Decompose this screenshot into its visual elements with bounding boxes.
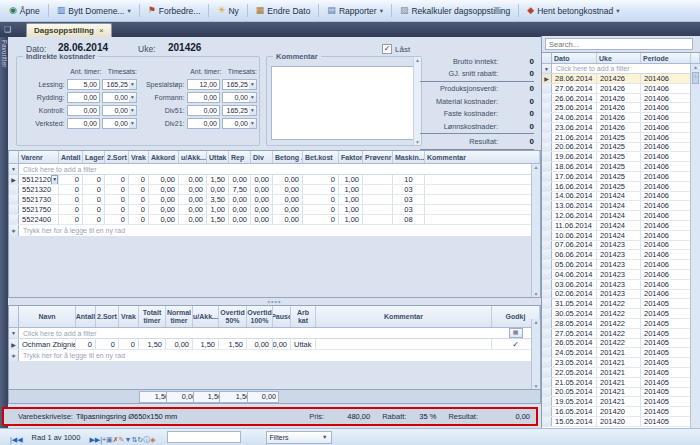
date-row[interactable]: 06.06.2014201423201406 [542, 250, 700, 260]
new-row[interactable]: ∗Trykk her for å legge til en ny rad [9, 225, 540, 236]
column-header[interactable]: Rep [229, 151, 251, 163]
column-header[interactable]: Totalt timer [139, 306, 166, 327]
cell[interactable]: Ochman Zbigniew [19, 339, 76, 349]
column-header[interactable]: Periode [641, 53, 691, 63]
cell[interactable]: 7,50 [229, 185, 251, 194]
cell[interactable]: 0,00 [179, 175, 207, 184]
column-header[interactable]: Antall [76, 306, 96, 327]
column-header[interactable]: 2.Sort [96, 306, 119, 327]
column-header[interactable]: u/Akk... [179, 151, 207, 163]
column-header[interactable]: Overtid 100% [247, 306, 273, 327]
cell[interactable]: 0 [105, 215, 129, 224]
cell[interactable]: 0 [76, 339, 96, 349]
cell[interactable]: 0 [129, 195, 149, 204]
cell[interactable]: 0 [129, 205, 149, 214]
column-header[interactable]: Faktor [339, 151, 363, 163]
hours-input[interactable]: 0,00 [187, 105, 220, 116]
cell[interactable]: 0 [105, 175, 129, 184]
cell[interactable] [363, 175, 393, 184]
cell[interactable]: 0,00 [229, 215, 251, 224]
favorites-strip[interactable]: Favoritter [0, 37, 8, 428]
hours-input[interactable]: 0,00 [187, 92, 220, 103]
cell[interactable] [363, 205, 393, 214]
bytt-domene-button[interactable]: ▥Bytt Domene...▾ [52, 4, 136, 18]
rate-combo[interactable]: 165,25▾ [102, 79, 137, 90]
scroll-down-icon[interactable]: ▼ [532, 383, 540, 389]
cell[interactable] [363, 215, 393, 224]
cell[interactable]: 0,00 [251, 185, 273, 194]
column-header[interactable]: 2.Sort [105, 151, 129, 163]
cell[interactable]: 0 [83, 195, 105, 204]
cell[interactable]: 0,00 [273, 339, 291, 349]
cell[interactable]: 1,50 [139, 339, 166, 349]
cell[interactable]: 0,00 [273, 215, 303, 224]
date-row[interactable]: 23.05.2014201421201405 [542, 358, 700, 368]
date-row[interactable]: 28.05.2014201422201405 [542, 319, 700, 329]
cell[interactable]: 5521750 [19, 205, 59, 214]
column-header[interactable]: Antall [59, 151, 83, 163]
rapporter-button[interactable]: ▤Rapporter▾ [322, 4, 388, 18]
cell[interactable]: 0 [303, 185, 339, 194]
scroll-up-icon[interactable]: ▲ [693, 64, 698, 70]
cell[interactable]: 5521320 [19, 185, 59, 194]
date-row[interactable]: 17.06.2014201425201406 [542, 172, 700, 182]
forbedre-button[interactable]: ⚑Forbedre... [143, 4, 206, 18]
cell[interactable]: 0 [83, 175, 105, 184]
hours-input[interactable]: 12,00 [187, 79, 220, 90]
quick-filter-input[interactable] [167, 431, 241, 443]
hours-input[interactable]: 5,00 [67, 79, 100, 90]
cell[interactable]: 0 [303, 215, 339, 224]
column-header[interactable]: Uttak [207, 151, 229, 163]
cell[interactable]: 0,00 [273, 195, 303, 204]
cell[interactable]: 0 [59, 185, 83, 194]
cell[interactable]: 1,50 [207, 215, 229, 224]
tab-close-icon[interactable]: × [99, 26, 104, 35]
column-header[interactable]: Uke [597, 53, 641, 63]
cell[interactable]: 03 [393, 205, 425, 214]
cell[interactable]: 1,00 [339, 195, 363, 204]
cell[interactable] [425, 185, 540, 194]
filter-prompt[interactable]: Click here to add a filter [552, 64, 700, 73]
column-header[interactable]: Lager [83, 151, 105, 163]
cell[interactable]: 0 [83, 185, 105, 194]
cell[interactable]: 0 [105, 195, 129, 204]
date-row[interactable]: 30.05.2014201422201405 [542, 309, 700, 319]
cell[interactable]: 03 [393, 185, 425, 194]
date-row[interactable]: 20.05.2014201421201405 [542, 388, 700, 398]
cell[interactable]: 0,00 [179, 215, 207, 224]
date-row[interactable]: 02.06.2014201423201406 [542, 290, 700, 300]
cell[interactable]: 1,00 [339, 205, 363, 214]
hours-input[interactable]: 0,00 [187, 118, 220, 129]
cell[interactable]: 0,00 [251, 175, 273, 184]
date-row[interactable]: 19.05.2014201421201405 [542, 397, 700, 407]
column-header[interactable]: Vrak [129, 151, 149, 163]
cell[interactable]: 0,00 [166, 339, 193, 349]
sidebar-scrollbar[interactable]: ▲ ≡ [690, 64, 700, 428]
column-header[interactable]: Maskin... [393, 151, 425, 163]
locked-checkbox[interactable]: ✓ Låst [382, 44, 410, 54]
cell[interactable]: 5512120▼ [19, 175, 59, 184]
cell[interactable]: 1,50 [193, 339, 219, 349]
filter-row[interactable]: ▼Click here to add a filter [542, 64, 700, 74]
date-row[interactable]: 31.05.2014201422201405 [542, 299, 700, 309]
new-row-prompt[interactable]: Trykk her for å legge til en ny rad [19, 225, 540, 236]
scroll-down-icon[interactable]: ▼ [532, 291, 540, 297]
rate-combo[interactable]: 0,00▾ [102, 92, 137, 103]
cell[interactable]: 0 [129, 175, 149, 184]
date-row[interactable]: 03.06.2014201423201406 [542, 280, 700, 290]
column-header[interactable]: Navn [19, 306, 76, 327]
column-header[interactable]: Kommentar [316, 306, 492, 327]
search-input[interactable] [545, 38, 693, 50]
column-header[interactable]: u/Akk... [193, 306, 219, 327]
date-row[interactable]: 18.06.2014201425201406 [542, 162, 700, 172]
products-grid-scrollbar[interactable]: ▲▼ [531, 164, 540, 297]
rate-combo[interactable]: 165,25▾ [222, 105, 257, 116]
cell[interactable]: 0,00 [149, 185, 179, 194]
new-row[interactable]: ∗Trykk her for å legge til en ny rad [9, 350, 540, 361]
cell[interactable]: 0,00 [273, 185, 303, 194]
comment-textarea[interactable] [271, 66, 417, 140]
hent-betongkostnad-button[interactable]: ◆Hent betongkostnad▾ [522, 4, 624, 18]
date-row[interactable]: 05.06.2014201423201406 [542, 260, 700, 270]
cell[interactable]: 0,00 [207, 185, 229, 194]
rate-combo[interactable]: 0,00▾ [222, 92, 257, 103]
